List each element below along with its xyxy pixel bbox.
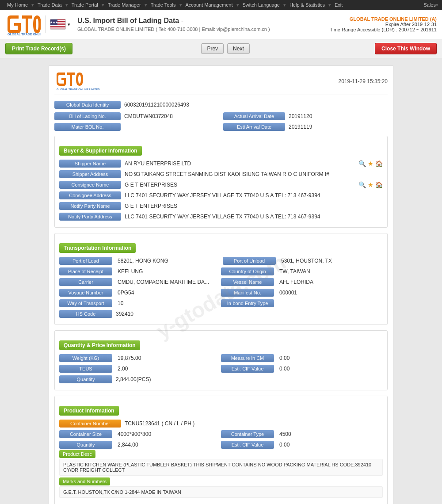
document-content: y-gtodata.com GLOBAL TRADE ONLINE LIMITE… (49, 65, 393, 504)
port-load-value: 58201, HONG KONG (114, 256, 219, 265)
shipper-name-row: Shipper Name AN RYU ENTERPRISE LTD 🔍 ★ 🏠 (59, 159, 383, 168)
way-transport-value: 10 (114, 299, 221, 308)
logo-area: GLOBAL TRADE ONLINE LIMITED (5, 13, 41, 35)
global-data-label: Global Data Identity (54, 101, 121, 109)
qty-row: Quantity 2,844.00(PCS) (59, 375, 383, 384)
weight-label: Weight (KG) (59, 354, 112, 362)
port-row: Port of Load 58201, HONG KONG Port of Un… (59, 256, 383, 265)
arrival-date-value: 20191120 (285, 112, 388, 121)
shipper-search-icon[interactable]: 🔍 (358, 160, 366, 167)
container-size-value: 4000*900*800 (114, 430, 221, 439)
weight-row: Weight (KG) 19,875.00 Measure in CM 0.00 (59, 354, 383, 363)
inbond-value (276, 302, 383, 305)
header-right: GLOBAL TRADE ONLINE LIMITED (A) Expire A… (330, 16, 437, 32)
carrier-row: Carrier CMDU, COMPAGNIE MARITIME DA... V… (59, 278, 383, 286)
notify-addr-row: Notify Party Address LLC 7401 SECURITY W… (59, 212, 383, 221)
esti-cif-label: Esti. CIF Value (221, 365, 274, 373)
transportation-section: Transportation Information Port of Load … (54, 233, 388, 325)
global-data-row: Global Data Identity 6003201911210000026… (54, 100, 388, 109)
bol-row: Bill of Lading No. CMDUTWN0372048 Actual… (54, 112, 388, 121)
next-button-top[interactable]: Next (227, 43, 250, 54)
nav-sales[interactable]: Sales (423, 2, 436, 8)
consignee-home-icon[interactable]: 🏠 (375, 181, 383, 188)
nav-switch-language[interactable]: Switch Language (239, 2, 283, 8)
product-info-section: Product Information Container Number TCN… (54, 396, 388, 504)
notify-addr-label: Notify Party Address (59, 213, 121, 221)
top-navigation: My Home ▾ Trade Data ▾ Trade Portal ▾ Tr… (0, 0, 442, 10)
qty-label: Quantity (59, 375, 112, 383)
buyer-supplier-section: Buyer & Supplier Information Shipper Nam… (54, 136, 388, 228)
bol-value: CMDUTWN0372048 (121, 112, 223, 121)
shipper-name-value: AN RYU ENTERPRISE LTD (121, 159, 358, 168)
container-number-row: Container Number TCNU5123641 ( CN / L / … (59, 419, 383, 428)
nav-trade-manager[interactable]: Trade Manager (104, 2, 145, 8)
svg-rect-8 (50, 28, 66, 29)
consignee-icons: 🔍 ★ 🏠 (358, 181, 383, 188)
prod-qty-row: Quantity 2,844.00 Esti. CIF Value 0.00 (59, 440, 383, 449)
weight-value: 19,875.00 (114, 354, 221, 363)
consignee-star-icon[interactable]: ★ (368, 181, 373, 188)
product-desc-value: PLASTIC KITCHEN WARE (PLASTIC TUMBLER BA… (59, 459, 383, 476)
product-desc-label-row: Product Desc (59, 451, 383, 457)
global-data-value: 6003201911210000026493 (121, 100, 388, 109)
quantity-price-section: Quantity & Price Information Weight (KG)… (54, 330, 388, 390)
svg-text:GLOBAL TRADE ONLINE LIMITED: GLOBAL TRADE ONLINE LIMITED (8, 33, 41, 35)
voyage-value: 0PG54 (114, 288, 221, 297)
consignee-search-icon[interactable]: 🔍 (358, 181, 366, 188)
print-button-top[interactable]: Print Trade Record(s) (5, 43, 72, 54)
notify-name-row: Notify Party Name G E T ENTERPRISES (59, 202, 383, 210)
product-info-header: Product Information (59, 406, 119, 416)
marks-value: G.E.T. HOUSTON,TX C/NO.1-2844 MADE IN TA… (59, 486, 383, 498)
prod-qty-label: Quantity (59, 441, 112, 449)
header-bar: GLOBAL TRADE ONLINE LIMITED ★★★ ▾ U.S. I… (0, 10, 442, 39)
port-unload-value: 5301, HOUSTON, TX (278, 256, 383, 265)
shipper-star-icon[interactable]: ★ (368, 160, 373, 167)
master-bol-value (121, 126, 223, 128)
close-button-top[interactable]: Close This Window (375, 43, 437, 54)
nav-my-home[interactable]: My Home (4, 2, 31, 8)
vessel-value: AFL FLORIDA (276, 278, 383, 286)
shipper-addr-row: Shipper Address NO 93 TAIKANG STREET SAN… (59, 170, 383, 179)
svg-rect-7 (50, 27, 66, 28)
nav-trade-tools[interactable]: Trade Tools (147, 2, 179, 8)
measure-label: Measure in CM (221, 354, 274, 362)
container-number-value: TCNU5123641 ( CN / L / PH ) (121, 419, 383, 428)
shipper-name-label: Shipper Name (59, 160, 121, 168)
marks-label: Marks and Numbers (59, 477, 110, 485)
header-title-area: U.S. Import Bill of Lading Data - GLOBAL… (70, 17, 330, 32)
inbond-label: In-bond Entry Type (221, 299, 274, 307)
qty-value: 2,844.00(PCS) (112, 375, 383, 384)
quantity-price-header: Quantity & Price Information (59, 340, 140, 350)
port-unload-label: Port of Unload (223, 257, 276, 265)
prod-qty-value: 2,844.00 (114, 440, 221, 449)
carrier-label: Carrier (59, 278, 112, 286)
notify-addr-value: LLC 7401 SECURITY WAY JERSEY VILLAGE TX … (121, 212, 383, 221)
teus-value: 2.00 (114, 364, 221, 373)
esti-arrival-value: 20191119 (285, 122, 388, 131)
company-name: GLOBAL TRADE ONLINE LIMITED (A) (330, 16, 437, 22)
teus-label: TEUS (59, 365, 112, 373)
receipt-row: Place of Receipt KEELUNG Country of Orig… (59, 267, 383, 276)
nav-exit[interactable]: Exit (331, 2, 346, 8)
shipper-addr-value: NO 93 TAIKANG STREET SANMING DIST KAOHSI… (121, 170, 383, 179)
nav-account-management[interactable]: Account Management (182, 2, 236, 8)
shipper-home-icon[interactable]: 🏠 (375, 160, 383, 167)
doc-date: 2019-11-29 15:35:20 (339, 78, 388, 84)
notify-name-label: Notify Party Name (59, 202, 121, 210)
prev-button-top[interactable]: Prev (201, 43, 224, 54)
nav-trade-portal[interactable]: Trade Portal (68, 2, 102, 8)
country-origin-value: TW, TAIWAN (276, 267, 383, 276)
svg-rect-6 (50, 25, 66, 26)
prod-esti-cif-value: 0.00 (276, 440, 383, 449)
consignee-addr-value: LLC 7401 SECURITY WAY JERSEY VILLAGE TX … (121, 191, 383, 200)
way-transport-label: Way of Transport (59, 299, 112, 307)
transport-row: Way of Transport 10 In-bond Entry Type (59, 299, 383, 308)
nav-trade-data[interactable]: Trade Data (34, 2, 65, 8)
gto-logo-icon: GLOBAL TRADE ONLINE LIMITED (5, 13, 41, 35)
container-size-label: Container Size (59, 430, 112, 438)
nav-help-statistics[interactable]: Help & Statistics (286, 2, 328, 8)
manifest-label: Manifest No. (221, 289, 274, 297)
vessel-label: Vessel Name (221, 278, 274, 286)
master-bol-row: Mater BOL No. Esti Arrival Date 20191119 (54, 122, 388, 131)
consignee-name-row: Consignee Name G E T ENTERPRISES 🔍 ★ 🏠 (59, 180, 383, 189)
